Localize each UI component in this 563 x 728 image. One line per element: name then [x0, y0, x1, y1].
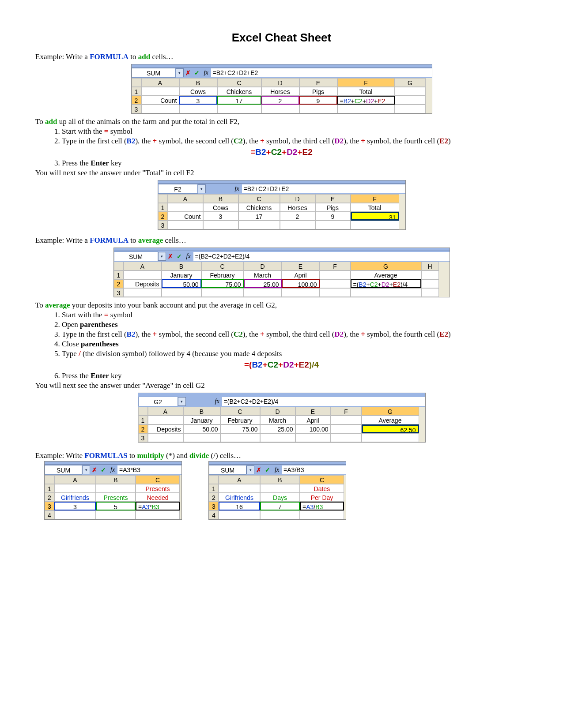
cell[interactable]: 17: [238, 212, 280, 221]
cell[interactable]: 2: [280, 212, 315, 221]
namebox-dropdown-icon[interactable]: ▾: [158, 252, 166, 261]
cell[interactable]: [320, 270, 351, 279]
col-header[interactable]: C: [220, 407, 260, 416]
cell-ref-e2[interactable]: 100.00: [282, 279, 320, 288]
namebox-dropdown-icon[interactable]: ▾: [198, 184, 206, 193]
cell[interactable]: 50.00: [183, 424, 220, 433]
fx-icon[interactable]: fx: [212, 398, 222, 405]
cell[interactable]: April: [282, 270, 320, 279]
cell[interactable]: [201, 288, 244, 297]
active-cell[interactable]: 62.50: [362, 424, 419, 433]
cell[interactable]: January: [183, 416, 220, 424]
row-header[interactable]: 2: [132, 96, 141, 105]
corner-cell[interactable]: [114, 262, 124, 270]
cell[interactable]: [261, 105, 299, 113]
cell[interactable]: [96, 484, 136, 493]
col-header[interactable]: C: [238, 194, 280, 203]
col-header[interactable]: H: [421, 262, 439, 270]
col-header[interactable]: E: [299, 78, 337, 87]
active-cell[interactable]: =B2+C2+D2+E2: [337, 96, 395, 105]
cell[interactable]: [168, 221, 203, 229]
cell[interactable]: Cows: [203, 203, 238, 212]
cell[interactable]: [395, 87, 426, 96]
row-header[interactable]: 4: [209, 510, 219, 519]
cell[interactable]: [337, 105, 395, 113]
cell[interactable]: [395, 96, 426, 105]
row-header[interactable]: 2: [209, 493, 219, 502]
cell[interactable]: [421, 270, 439, 279]
cell[interactable]: 9: [315, 212, 351, 221]
confirm-icon[interactable]: ✓: [263, 466, 272, 473]
cell[interactable]: [351, 221, 399, 229]
row-header[interactable]: 1: [209, 484, 219, 493]
cell[interactable]: [136, 510, 180, 519]
active-cell[interactable]: 31: [351, 212, 399, 221]
cell[interactable]: 100.00: [295, 424, 331, 433]
confirm-icon[interactable]: ✓: [99, 466, 108, 473]
corner-cell[interactable]: [138, 407, 148, 416]
col-header[interactable]: D: [280, 194, 315, 203]
col-header[interactable]: B: [179, 78, 217, 87]
cell[interactable]: Pigs: [315, 203, 351, 212]
cell[interactable]: 25.00: [260, 424, 295, 433]
cell[interactable]: [162, 288, 201, 297]
row-header[interactable]: 2: [158, 212, 168, 221]
col-header[interactable]: F: [320, 262, 351, 270]
confirm-icon[interactable]: ✓: [193, 69, 201, 76]
col-header[interactable]: G: [351, 262, 421, 270]
name-box[interactable]: SUM: [114, 251, 158, 261]
col-header[interactable]: B: [183, 407, 220, 416]
cell[interactable]: Per Day: [300, 493, 344, 502]
col-header[interactable]: D: [260, 407, 295, 416]
col-header[interactable]: A: [124, 262, 162, 270]
cell[interactable]: [320, 279, 351, 288]
row-header[interactable]: 2: [45, 493, 54, 502]
cell[interactable]: [260, 433, 295, 442]
cell[interactable]: Horses: [280, 203, 315, 212]
namebox-dropdown-icon[interactable]: ▾: [246, 465, 254, 474]
col-header[interactable]: F: [351, 194, 399, 203]
cell[interactable]: March: [260, 416, 295, 424]
cell[interactable]: [220, 433, 260, 442]
formula-bar[interactable]: =A3/B3: [282, 465, 346, 474]
cell[interactable]: Count: [168, 212, 203, 221]
cell[interactable]: [331, 433, 362, 442]
cell[interactable]: Chickens: [238, 203, 280, 212]
cell[interactable]: [238, 221, 280, 229]
col-header[interactable]: A: [148, 407, 183, 416]
cell[interactable]: January: [162, 270, 201, 279]
row-header[interactable]: 3: [45, 502, 54, 510]
formula-bar[interactable]: =A3*B3: [117, 465, 181, 474]
cell[interactable]: [148, 416, 183, 424]
cell[interactable]: February: [201, 270, 244, 279]
fx-icon[interactable]: fx: [184, 253, 193, 260]
cell[interactable]: [54, 510, 96, 519]
col-header[interactable]: C: [201, 262, 244, 270]
cell[interactable]: April: [295, 416, 331, 424]
col-header[interactable]: E: [315, 194, 351, 203]
cell-ref-d2[interactable]: 2: [261, 96, 299, 105]
namebox-dropdown-icon[interactable]: ▾: [178, 397, 186, 406]
col-header[interactable]: B: [96, 475, 136, 484]
cell[interactable]: Deposits: [148, 424, 183, 433]
cell-ref-b2[interactable]: 50.00: [162, 279, 201, 288]
col-header[interactable]: G: [362, 407, 419, 416]
row-header[interactable]: 3: [158, 221, 168, 229]
name-box[interactable]: G2: [138, 397, 178, 406]
cell[interactable]: Average: [362, 416, 419, 424]
active-cell[interactable]: =(B2+C2+D2+E2)/4: [351, 279, 421, 288]
cell[interactable]: March: [244, 270, 282, 279]
cell[interactable]: Total: [351, 203, 399, 212]
col-header[interactable]: F: [331, 407, 362, 416]
cancel-icon[interactable]: ✗: [184, 69, 193, 76]
row-header[interactable]: 1: [132, 87, 141, 96]
active-cell[interactable]: =A3/B3: [300, 502, 344, 510]
cell[interactable]: February: [220, 416, 260, 424]
col-header[interactable]: C: [136, 475, 180, 484]
cell[interactable]: Presents: [96, 493, 136, 502]
cell[interactable]: [331, 424, 362, 433]
col-header[interactable]: E: [295, 407, 331, 416]
fx-icon[interactable]: fx: [201, 69, 211, 76]
fx-icon[interactable]: fx: [108, 466, 117, 473]
cell[interactable]: [395, 105, 426, 113]
